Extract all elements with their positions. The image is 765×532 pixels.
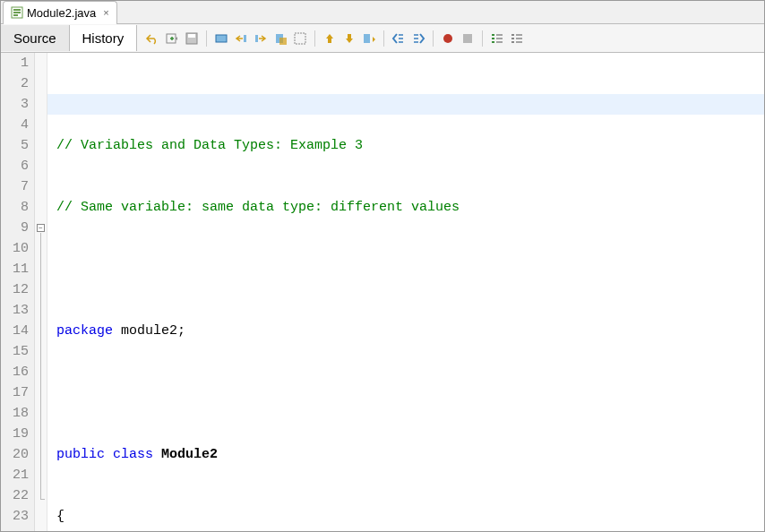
line-number: 23 xyxy=(1,506,29,527)
macro-record-icon[interactable] xyxy=(440,30,456,47)
comment-icon[interactable] xyxy=(489,30,505,47)
fold-line xyxy=(40,233,41,499)
save-icon[interactable] xyxy=(184,30,200,47)
back-icon[interactable] xyxy=(144,30,160,47)
toggle-bookmark-icon[interactable] xyxy=(361,30,377,47)
line-number: 21 xyxy=(1,465,29,485)
separator xyxy=(482,30,483,47)
line-number: 8 xyxy=(1,197,29,218)
forward-icon[interactable] xyxy=(164,30,180,47)
separator xyxy=(433,30,434,47)
toolbar-icons xyxy=(137,30,525,47)
line-number: 20 xyxy=(1,444,29,465)
svg-rect-9 xyxy=(255,35,258,42)
svg-rect-7 xyxy=(216,35,227,42)
line-number: 12 xyxy=(1,279,29,300)
file-tab-label: Module2.java xyxy=(27,6,96,20)
svg-rect-13 xyxy=(328,39,331,43)
svg-rect-2 xyxy=(13,12,21,13)
toolbar: Source History xyxy=(1,24,764,53)
svg-point-16 xyxy=(443,34,452,43)
svg-rect-12 xyxy=(295,33,305,44)
file-tab[interactable]: Module2.java × xyxy=(3,1,117,24)
svg-rect-3 xyxy=(13,14,18,16)
line-number: 3 xyxy=(1,94,29,115)
line-number: 2 xyxy=(1,73,29,94)
svg-rect-6 xyxy=(188,34,195,38)
fold-gutter: − xyxy=(35,53,47,532)
toggle-highlight-icon[interactable] xyxy=(292,30,308,47)
svg-rect-1 xyxy=(13,9,21,11)
line-number: 6 xyxy=(1,156,29,176)
separator xyxy=(383,30,384,47)
code-line xyxy=(56,259,764,279)
svg-rect-14 xyxy=(348,34,351,39)
macro-stop-icon[interactable] xyxy=(460,30,476,47)
java-file-icon xyxy=(11,6,23,19)
find-next-icon[interactable] xyxy=(253,30,269,47)
code-line: package module2; xyxy=(56,321,764,341)
line-number-gutter: 1234567891011121314151617181920212223 xyxy=(1,53,35,532)
line-number: 14 xyxy=(1,321,29,341)
uncomment-icon[interactable] xyxy=(509,30,525,47)
tab-source[interactable]: Source xyxy=(1,25,70,51)
code-line: // Same variable: same data type: differ… xyxy=(56,197,764,218)
code-line: public class Module2 xyxy=(56,444,764,465)
svg-rect-15 xyxy=(364,34,370,43)
fold-end xyxy=(40,499,45,500)
shift-right-icon[interactable] xyxy=(410,30,426,47)
prev-bookmark-icon[interactable] xyxy=(322,30,338,47)
find-prev-icon[interactable] xyxy=(233,30,249,47)
editor[interactable]: 1234567891011121314151617181920212223 − … xyxy=(1,53,764,532)
find-selection-icon[interactable] xyxy=(213,30,229,47)
line-number: 13 xyxy=(1,300,29,321)
code-line: // Variables and Data Types: Example 3 xyxy=(56,135,764,156)
line-number: 1 xyxy=(1,53,29,73)
tab-history[interactable]: History xyxy=(70,25,138,51)
line-number: 17 xyxy=(1,382,29,403)
svg-rect-17 xyxy=(463,34,472,43)
line-number: 10 xyxy=(1,238,29,259)
shift-left-icon[interactable] xyxy=(391,30,407,47)
svg-rect-8 xyxy=(244,35,246,42)
code-line: { xyxy=(56,506,764,527)
highlight-icon[interactable] xyxy=(272,30,288,47)
code-line xyxy=(56,382,764,403)
next-bookmark-icon[interactable] xyxy=(341,30,357,47)
separator xyxy=(314,30,315,47)
line-number: 19 xyxy=(1,424,29,444)
line-number: 9 xyxy=(1,218,29,238)
line-number: 7 xyxy=(1,176,29,197)
line-number: 15 xyxy=(1,341,29,362)
line-number: 18 xyxy=(1,403,29,424)
line-number: 5 xyxy=(1,135,29,156)
line-number: 16 xyxy=(1,362,29,382)
code-content[interactable]: // Variables and Data Types: Example 3 /… xyxy=(47,53,764,532)
line-number: 4 xyxy=(1,115,29,135)
line-number: 22 xyxy=(1,485,29,506)
fold-toggle-icon[interactable]: − xyxy=(37,224,45,232)
close-icon[interactable]: × xyxy=(103,7,108,18)
separator xyxy=(206,30,207,47)
file-tab-bar: Module2.java × xyxy=(1,1,764,24)
current-line-highlight xyxy=(47,94,764,115)
svg-rect-11 xyxy=(279,38,287,45)
line-number: 11 xyxy=(1,259,29,279)
